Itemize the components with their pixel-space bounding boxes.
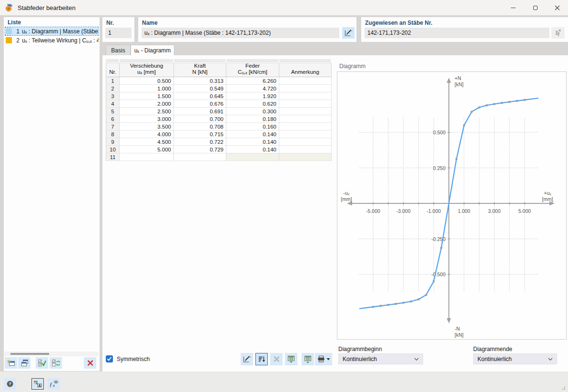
assigned-input[interactable] [365,28,549,38]
cell-kraft[interactable]: 0.700 [174,115,226,123]
cell-verschiebung[interactable]: 1.500 [120,92,174,100]
cell-anmerkung[interactable] [279,115,332,123]
cell-kraft[interactable]: 0.645 [174,92,226,100]
diagrammende-select[interactable]: Kontinuierlich [473,353,557,364]
cell-verschiebung[interactable]: 2.500 [120,108,174,115]
cell-feder[interactable]: 1.920 [226,92,279,100]
svg-text:-uₓ: -uₓ [344,190,350,196]
table-delete-button[interactable] [270,353,283,365]
toggle-checks-button[interactable] [50,357,62,369]
cell-feder[interactable]: 0.140 [226,146,279,153]
table-row[interactable]: 94.5000.7220.140 [106,138,332,146]
cell-feder[interactable]: 0.180 [226,115,279,123]
table-row[interactable]: 42.0000.6760.620 [106,100,332,108]
cell-nr[interactable]: 1 [106,77,120,85]
function-visibility-button[interactable]: f x [48,378,60,390]
copy-item-button[interactable] [18,357,30,369]
cell-feder[interactable]: 0.300 [226,108,279,115]
cell-feder[interactable]: 0.140 [226,138,279,146]
new-item-button[interactable]: ★ [5,357,17,369]
cell-verschiebung[interactable]: 4.000 [120,131,174,138]
table-row[interactable]: 105.0000.7290.140 [106,146,332,153]
table-row[interactable]: 63.0000.7000.180 [106,115,332,123]
cell-anmerkung[interactable] [279,108,332,115]
diagrammbeginn-select[interactable]: Kontinuierlich [338,353,423,364]
cell-nr[interactable]: 5 [106,108,120,115]
minimize-button[interactable] [502,0,524,15]
resize-grip[interactable] [564,389,565,390]
table-row[interactable]: 10.5000.3136.260 [106,77,332,85]
cell-kraft[interactable]: 0.676 [174,100,226,108]
help-button[interactable]: ? [4,378,16,390]
cell-verschiebung[interactable]: 1.000 [120,85,174,92]
delete-item-button[interactable] [84,357,96,369]
table-row[interactable]: 84.0000.7150.140 [106,131,332,138]
cell-verschiebung[interactable]: 3.000 [120,115,174,123]
pick-members-button[interactable] [551,27,565,39]
scrollbar-thumb[interactable] [10,353,49,355]
table-row[interactable]: 73.5000.7080.160 [106,123,332,131]
cell-nr[interactable]: 11 [106,153,120,161]
list-item[interactable]: 2 uₓ : Teilweise Wirkung | Cᵤ,ₓ : 42 [5,36,99,45]
table-sort-button[interactable] [255,353,268,365]
cell-nr[interactable]: 7 [106,123,120,131]
table-column-grips[interactable] [106,59,332,62]
close-button[interactable] [546,0,568,15]
cell-kraft[interactable]: 0.729 [174,146,226,153]
cell-feder[interactable]: 6.260 [226,77,279,85]
edit-name-button[interactable] [342,27,355,39]
cell-kraft[interactable]: 0.691 [174,108,226,115]
table-row[interactable]: 21.0000.5494.720 [106,85,332,92]
cell-feder[interactable]: 4.720 [226,85,279,92]
table-row[interactable]: 31.5000.6451.920 [106,92,332,100]
cell-verschiebung[interactable]: 5.000 [120,146,174,153]
cell-nr[interactable]: 10 [106,146,120,153]
excel-export-button[interactable] [302,353,314,365]
cell-anmerkung[interactable] [279,153,332,161]
cell-verschiebung[interactable]: 2.000 [120,100,174,108]
cell-anmerkung[interactable] [279,77,332,85]
cell-kraft[interactable]: 0.715 [174,131,226,138]
excel-import-button[interactable] [285,353,297,365]
table-edit-button[interactable] [241,353,253,365]
cell-kraft[interactable] [174,153,226,161]
check-all-button[interactable] [36,357,48,369]
list-item[interactable]: 1 uₓ : Diagramm | Masse (Stäbe : 1 [5,27,99,36]
cell-nr[interactable]: 3 [106,92,120,100]
cell-anmerkung[interactable] [279,100,332,108]
print-button[interactable] [315,353,332,365]
cell-feder[interactable] [226,153,279,161]
cell-feder[interactable]: 0.620 [226,100,279,108]
cell-verschiebung[interactable] [120,153,174,161]
cell-kraft[interactable]: 0.549 [174,85,226,92]
table-row[interactable]: 11 [106,153,332,161]
tab-ux-diagramm[interactable]: uₓ - Diagramm [131,45,174,55]
cell-nr[interactable]: 8 [106,131,120,138]
maximize-button[interactable] [524,0,546,15]
cell-nr[interactable]: 4 [106,100,120,108]
cell-feder[interactable]: 0.140 [226,131,279,138]
cell-kraft[interactable]: 0.708 [174,123,226,131]
cell-verschiebung[interactable]: 3.500 [120,123,174,131]
tab-basis[interactable]: Basis [106,45,131,55]
cell-nr[interactable]: 9 [106,138,120,146]
cell-anmerkung[interactable] [279,85,332,92]
name-input[interactable] [142,28,339,38]
cell-anmerkung[interactable] [279,123,332,131]
cell-feder[interactable]: 0.160 [226,123,279,131]
cell-nr[interactable]: 6 [106,115,120,123]
cell-verschiebung[interactable]: 0.500 [120,77,174,85]
table-row[interactable]: 52.5000.6910.300 [106,108,332,115]
symmetrisch-checkbox[interactable] [106,355,113,362]
list-horizontal-scrollbar[interactable] [4,352,99,356]
cell-verschiebung[interactable]: 4.500 [120,138,174,146]
nr-input[interactable] [105,28,132,38]
cell-anmerkung[interactable] [279,131,332,138]
rename-button[interactable]: A [31,378,44,390]
cell-kraft[interactable]: 0.313 [174,77,226,85]
cell-kraft[interactable]: 0.722 [174,138,226,146]
cell-anmerkung[interactable] [279,138,332,146]
cell-anmerkung[interactable] [279,146,332,153]
cell-nr[interactable]: 2 [106,85,120,92]
cell-anmerkung[interactable] [279,92,332,100]
